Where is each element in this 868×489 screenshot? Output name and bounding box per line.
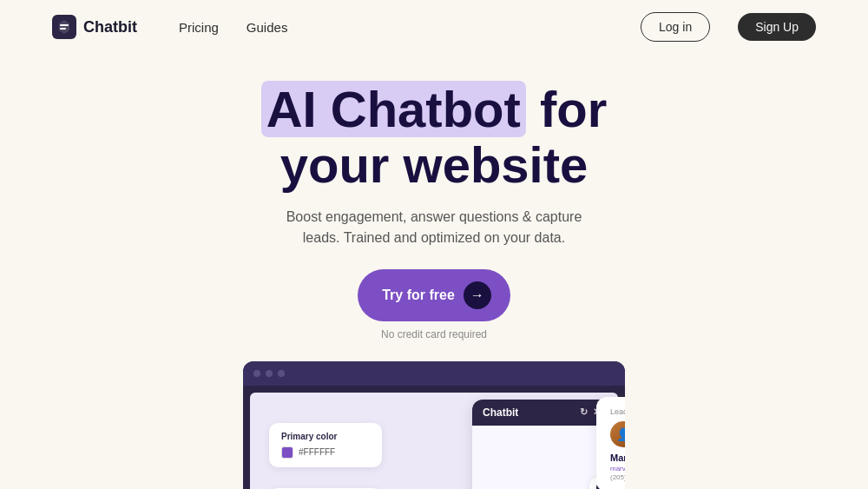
- browser-dot-3: [278, 370, 285, 377]
- preview-area: Primary color #FFFFFF Source data URL Q&…: [104, 361, 764, 489]
- cta-label: Try for free: [382, 287, 455, 303]
- chatbit-widget-title: Chatbit: [483, 406, 518, 419]
- lead-card: Lead 👤 Marvin McKinney marvin@px-dot.com…: [596, 397, 625, 489]
- browser-content: Primary color #FFFFFF Source data URL Q&…: [250, 393, 618, 489]
- svg-rect-1: [60, 24, 69, 26]
- hero-title-highlight: AI Chatbot: [261, 81, 526, 137]
- browser-dot-2: [266, 370, 273, 377]
- lead-email: marvin@px-dot.com: [610, 465, 625, 472]
- chatbit-widget-header: Chatbit ↻ ✕: [472, 400, 611, 426]
- navbar: Chatbit Pricing Guides Log in Sign Up: [0, 0, 868, 54]
- refresh-icon: ↻: [580, 406, 588, 418]
- browser-dot-1: [253, 370, 260, 377]
- svg-rect-2: [60, 28, 66, 30]
- lead-phone: (205) 555-0170: [610, 473, 625, 481]
- cta-button[interactable]: Try for free →: [358, 269, 510, 321]
- chatbit-widget: Chatbit ↻ ✕: [472, 400, 611, 489]
- primary-color-label: Primary color: [281, 432, 370, 441]
- primary-color-value: #FFFFFF: [281, 446, 370, 459]
- no-cc-text: No credit card required: [17, 328, 851, 340]
- nav-guides[interactable]: Guides: [247, 20, 288, 35]
- lead-name: Marvin McKinney: [610, 453, 625, 463]
- browser-mockup: Primary color #FFFFFF Source data URL Q&…: [243, 361, 625, 489]
- logo[interactable]: Chatbit: [52, 15, 137, 39]
- lead-tag: Lead: [610, 407, 625, 416]
- browser-bar: [243, 361, 625, 386]
- hero-section: AI Chatbot foryour website Boost engagem…: [0, 54, 868, 361]
- lead-avatar: 👤: [610, 421, 625, 447]
- hero-title: AI Chatbot foryour website: [17, 82, 851, 193]
- login-button[interactable]: Log in: [641, 12, 710, 42]
- logo-text: Chatbit: [83, 18, 137, 36]
- color-swatch[interactable]: [281, 446, 293, 459]
- chatbit-logo-icon: [52, 15, 76, 39]
- color-hex-value: #FFFFFF: [299, 447, 335, 457]
- cta-arrow-icon: →: [464, 281, 491, 309]
- primary-color-card: Primary color #FFFFFF: [269, 423, 382, 467]
- signup-button[interactable]: Sign Up: [738, 13, 816, 41]
- hero-subtitle: Boost engagement, answer questions & cap…: [278, 207, 590, 248]
- nav-pricing[interactable]: Pricing: [179, 20, 219, 35]
